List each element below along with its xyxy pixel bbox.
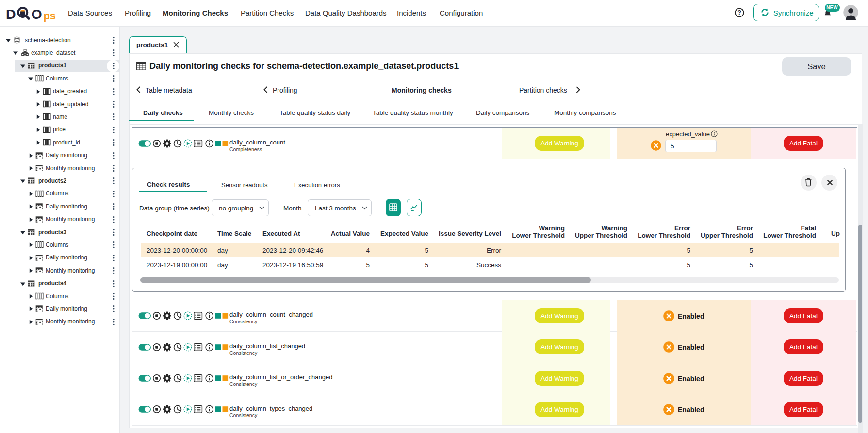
svg-text:O: O: [32, 6, 42, 22]
svg-text:ps: ps: [44, 10, 56, 22]
svg-text:?: ?: [737, 9, 741, 16]
svg-text:D: D: [6, 6, 16, 22]
